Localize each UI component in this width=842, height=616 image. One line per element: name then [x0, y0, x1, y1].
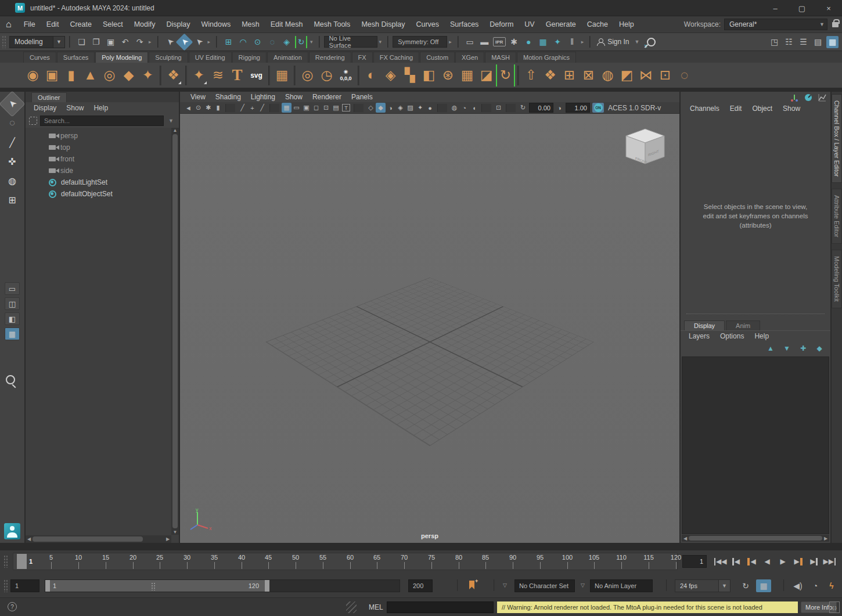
film-gate-icon[interactable]: ▭ — [292, 103, 301, 113]
svg-tool-icon[interactable]: svg — [247, 64, 266, 87]
safe-action-icon[interactable]: ▤ — [331, 103, 341, 113]
view-transform-label[interactable]: ACES 1.0 SDR-v — [605, 103, 664, 113]
viewport-menu-item[interactable]: Renderer — [312, 93, 341, 101]
poly-cylinder-icon[interactable]: ▮ — [62, 64, 81, 87]
collapse-arrow-icon[interactable]: ▸ — [149, 39, 152, 45]
circularize-icon[interactable]: ◍ — [598, 64, 617, 87]
spin-edge-icon[interactable]: ↻ — [496, 64, 515, 87]
menu-item[interactable]: Curves — [416, 20, 439, 28]
shelf-tab[interactable]: FX Caching — [373, 52, 419, 63]
camera-attributes-icon[interactable]: ✱ — [203, 103, 213, 113]
color-management-toggle[interactable] — [592, 103, 604, 113]
poly-torus-icon[interactable]: ◎ — [100, 64, 119, 87]
combine-icon[interactable]: ◈ — [381, 64, 400, 87]
open-scene-icon[interactable]: ❐ — [90, 36, 102, 48]
fps-dropdown[interactable]: 24 fps ▼ — [675, 579, 731, 592]
menu-item[interactable]: Cache — [587, 20, 608, 28]
shelf-tab[interactable]: UV Editing — [189, 52, 232, 63]
outliner-title[interactable]: Outliner — [31, 92, 67, 102]
shelf-tab[interactable]: Rigging — [232, 52, 267, 63]
step-back-frame-button[interactable]: ◀ — [729, 554, 743, 569]
outliner-item[interactable]: side — [26, 165, 179, 176]
resolution-gate-icon[interactable]: ▣ — [301, 103, 311, 113]
channel-box-menu-item[interactable]: Edit — [730, 105, 742, 113]
sign-in-button[interactable]: Sign In ▼ — [597, 38, 641, 46]
mirror-icon[interactable]: ◧ — [419, 64, 438, 87]
speaker-icon[interactable]: ◀) — [791, 579, 805, 592]
textured-icon[interactable]: ◑ — [386, 103, 395, 113]
curve-star-icon[interactable]: ✦ — [189, 64, 208, 87]
wireframe-icon[interactable]: ◇ — [366, 103, 376, 113]
animation-end-field[interactable]: 200 — [408, 579, 433, 592]
menu-item[interactable]: Mesh — [242, 20, 260, 28]
remesh-icon[interactable]: ▦ — [458, 64, 477, 87]
mel-input[interactable] — [387, 601, 494, 613]
menu-item[interactable]: Help — [619, 20, 634, 28]
zero-transforms-icon[interactable]: ✳ 0,0,0 — [336, 64, 355, 87]
character-controls-icon[interactable]: ☷ — [783, 36, 795, 48]
shelf-tab[interactable]: Curves — [23, 52, 56, 63]
reset-time-icon[interactable]: ◷ — [317, 64, 336, 87]
outliner-search-input[interactable] — [40, 116, 164, 126]
menu-set-dropdown[interactable]: Modeling — [9, 36, 53, 48]
menu-item[interactable]: Edit Mesh — [271, 20, 303, 28]
outliner-item[interactable]: defaultObjectSet — [26, 188, 179, 200]
menu-item[interactable]: Mesh Display — [361, 20, 405, 28]
use-all-lights-icon[interactable]: ◈ — [395, 103, 405, 113]
drag-grip[interactable] — [3, 579, 9, 592]
collapse-arrow-icon[interactable]: ▸ — [208, 39, 211, 45]
average-vertices-icon[interactable]: ⊡ — [656, 64, 675, 87]
viewport-menu-item[interactable]: Shading — [215, 93, 241, 101]
undo-icon[interactable]: ↶ — [119, 36, 131, 48]
layer-editor-menu-item[interactable]: Layers — [689, 332, 710, 340]
outliner-item[interactable]: persp — [26, 130, 179, 142]
grease-pencil-icon[interactable]: ╱ — [257, 103, 267, 113]
close-button[interactable]: × — [815, 0, 842, 16]
scroll-left-icon[interactable]: ◀ — [26, 536, 33, 542]
multi-cut-icon[interactable]: ⊠ — [579, 64, 598, 87]
step-back-key-button[interactable]: ◀ — [744, 554, 758, 569]
select-tool[interactable]: ➤ — [0, 92, 24, 116]
layer-editor-menu-item[interactable]: Options — [720, 332, 744, 340]
create-empty-layer-icon[interactable]: ✚ — [798, 344, 808, 353]
panel-divider[interactable] — [686, 314, 825, 314]
menu-item[interactable]: Display — [166, 20, 190, 28]
manipulator-icon[interactable] — [790, 93, 799, 102]
outliner-item[interactable]: front — [26, 153, 179, 165]
ipr-render-icon[interactable]: IPR — [493, 37, 506, 46]
animation-start-field[interactable]: 1 — [10, 579, 39, 592]
motion-blur-icon[interactable]: ● — [425, 103, 435, 113]
shaded-icon[interactable]: ◆ — [376, 103, 386, 113]
menu-item[interactable]: Create — [70, 20, 92, 28]
channel-slider-icon[interactable]: ☰ — [797, 36, 809, 48]
render-setup-icon[interactable]: ● — [523, 36, 535, 48]
viewport-menu-item[interactable]: Panels — [351, 93, 373, 101]
boolean-icon[interactable]: ◐ — [362, 64, 381, 87]
mel-label[interactable]: MEL — [369, 603, 383, 611]
viewport-menu-item[interactable]: Show — [285, 93, 303, 101]
script-editor-icon[interactable]: {;} — [829, 601, 840, 613]
shelf-tab[interactable]: MASH — [485, 52, 516, 63]
animation-preferences-icon[interactable]: ϟ — [825, 579, 839, 592]
snap-to-point-icon[interactable]: ⊙ — [251, 36, 264, 48]
play-backwards-button[interactable]: ◀ — [760, 554, 774, 569]
menu-item[interactable]: Edit — [46, 20, 59, 28]
minimize-button[interactable]: – — [762, 0, 789, 16]
scroll-left-icon[interactable]: ◀ — [682, 536, 689, 541]
timeline-ruler[interactable]: 1 51015202530354045505560657075808590951… — [13, 553, 678, 570]
select-camera-icon[interactable]: ◄ — [183, 103, 193, 113]
shelf-tab[interactable]: Animation — [267, 52, 308, 63]
symmetry-field[interactable]: Symmetry: Off — [393, 36, 447, 48]
play-forwards-button[interactable]: ▶ — [776, 554, 790, 569]
collapse-arrow-icon[interactable]: ▸ — [581, 39, 584, 45]
viewport-menu-item[interactable]: Lighting — [251, 93, 275, 101]
go-to-start-button[interactable]: ◀◀ — [713, 554, 727, 569]
select-by-component-icon[interactable]: ➤ — [190, 33, 207, 51]
chevron-down-icon[interactable]: ▼ — [168, 118, 174, 124]
menu-item[interactable]: Modify — [134, 20, 156, 28]
chevron-down-icon[interactable]: ▾ — [379, 39, 382, 45]
time-sync-icon[interactable]: ◔ — [808, 579, 822, 592]
separate-icon[interactable]: ▚ — [400, 64, 419, 87]
shelf-tab[interactable]: Custom — [420, 52, 455, 63]
channel-box-menu-item[interactable]: Channels — [690, 105, 719, 113]
